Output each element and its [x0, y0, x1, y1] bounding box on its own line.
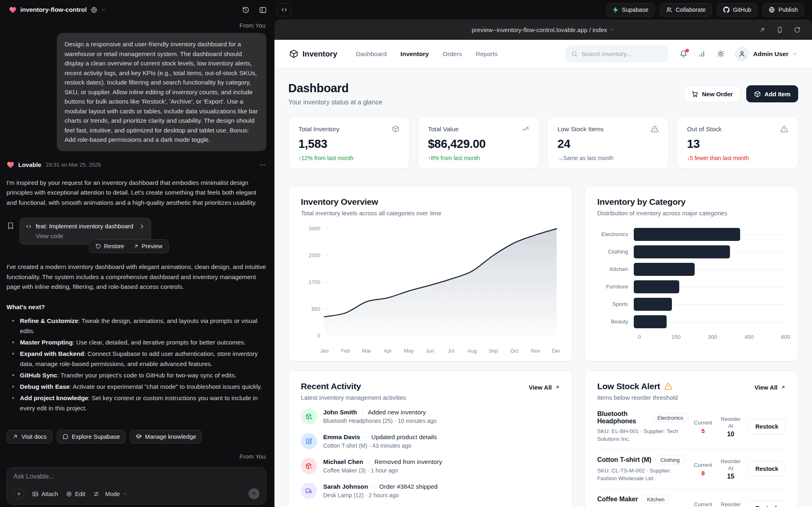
product-name: Coffee Maker — [597, 496, 638, 503]
assistant-intro: I'm inspired by your request for an inve… — [6, 178, 266, 208]
category-badge: Kitchen — [642, 495, 669, 504]
nav-item-reports[interactable]: Reports — [476, 50, 498, 58]
kpi-delta: ↓5 fewer than last month — [687, 155, 788, 161]
kpi-value: 1,583 — [298, 137, 400, 151]
whats-next-list: Refine & Customize: Tweak the design, an… — [6, 316, 266, 414]
preview-button[interactable]: Preview — [130, 241, 166, 251]
theme-toggle-sun-icon[interactable] — [717, 50, 725, 58]
lovable-heart-logo — [9, 6, 17, 14]
composer: Attach Edit Mode — [6, 467, 266, 505]
add-attachment-button[interactable] — [13, 488, 24, 499]
chevron-down-icon — [123, 492, 127, 496]
toolbar-button-collaborate[interactable]: Collaborate — [660, 3, 712, 17]
view-code-link[interactable]: View code — [36, 233, 145, 239]
search-input[interactable] — [581, 51, 662, 57]
chat-action-label: Explore Supabase — [72, 433, 120, 440]
toolbar-button-label: Publish — [778, 6, 798, 13]
kpi-card: Total Value $86,429.00 ↑8% from last mon… — [418, 117, 539, 169]
send-button[interactable] — [248, 488, 259, 499]
chat-action-button[interactable]: Visit docs — [6, 430, 52, 444]
plus-icon — [16, 491, 22, 496]
activity-list: John Smith · Added new inventory Bluetoo… — [301, 408, 560, 499]
activity-subtitle: Latest inventory management activities — [301, 394, 406, 401]
toolbar-button-supabase[interactable]: Supabase — [606, 3, 654, 17]
search-icon — [571, 51, 578, 57]
restock-button[interactable]: Restock — [748, 461, 786, 477]
mobile-view-icon[interactable] — [776, 26, 783, 33]
sku-supplier: SKU: CL-TS-M-002 · Supplier: Fashion Who… — [597, 467, 688, 482]
kpi-label: Total Value — [428, 126, 459, 133]
current-value: 5 — [691, 427, 715, 434]
bar-category-label: Clothing — [597, 249, 634, 255]
notifications-button[interactable] — [680, 50, 687, 58]
kpi-card: Total Inventory 1,583 ↑12% from last mon… — [288, 117, 410, 169]
activity-item: Emma Davis · Updated product details Cot… — [301, 433, 560, 449]
chevron-right-icon — [139, 223, 145, 230]
kpi-label: Low Stock Items — [557, 126, 604, 133]
kpi-value: $86,429.00 — [428, 137, 529, 151]
history-icon[interactable] — [242, 6, 250, 14]
add-item-button[interactable]: Add Item — [746, 85, 798, 102]
whats-next-item: Master Prompting: Use clear, detailed, a… — [6, 337, 266, 347]
analytics-icon[interactable] — [698, 50, 706, 58]
refresh-icon[interactable] — [794, 26, 801, 33]
category-badge: Clothing — [655, 455, 685, 464]
nav-item-inventory[interactable]: Inventory — [400, 50, 429, 58]
preview-url[interactable]: preview--inventory-flow-control.lovable.… — [472, 26, 615, 33]
restore-button[interactable]: Restore — [92, 241, 128, 251]
preview-chrome-bar: preview--inventory-flow-control.lovable.… — [274, 20, 812, 40]
kpi-delta: →Same as last month — [557, 155, 659, 161]
target-icon — [66, 491, 72, 497]
edit-button[interactable]: Edit — [66, 491, 85, 497]
project-name[interactable]: inventory-flow-control — [20, 6, 87, 13]
user-name: Admin User — [753, 50, 788, 58]
chat-action-button[interactable]: Explore Supabase — [57, 430, 126, 444]
nav-item-dashboard[interactable]: Dashboard — [356, 50, 387, 58]
new-order-button[interactable]: New Order — [684, 85, 741, 102]
chart-subtitle: Total inventory levels across all catego… — [301, 210, 560, 217]
restock-button[interactable]: Restock — [748, 500, 786, 507]
bar-axis-tick: 450 — [745, 334, 754, 340]
restore-icon — [95, 243, 101, 249]
app-brand[interactable]: Inventory — [289, 49, 337, 58]
bar-axis-tick: 300 — [708, 334, 717, 340]
arrow-up-right-icon — [555, 385, 560, 390]
category-bar-chart: ElectronicsClothingKitchenFurnitureSport… — [597, 225, 786, 330]
user-menu[interactable]: Admin User — [734, 47, 797, 61]
tip-text: : Activate our experimental "chat mode" … — [69, 383, 262, 390]
svg-text:Feb: Feb — [341, 348, 350, 354]
chat-panel: From You Design a responsive and user-fr… — [0, 20, 273, 507]
view-all-low-stock-button[interactable]: View All — [754, 384, 786, 391]
tip-text: : Transfer your project's code to GitHub… — [57, 372, 237, 379]
message-menu-icon[interactable] — [259, 161, 266, 169]
cart-icon — [691, 91, 698, 98]
tip-title: GitHub Sync — [20, 372, 57, 379]
mode-selector[interactable]: Mode — [93, 491, 127, 497]
search-box[interactable] — [566, 46, 668, 62]
panel-toggle-icon[interactable] — [259, 6, 267, 14]
toolbar-button-publish[interactable]: Publish — [762, 3, 804, 17]
view-all-activity-button[interactable]: View All — [529, 384, 560, 391]
bar-row: Clothing — [597, 243, 786, 260]
svg-text:Nov: Nov — [531, 348, 540, 354]
toolbar-button-icon — [723, 6, 730, 13]
kpi-card: Low Stock Items 24 →Same as last month — [547, 117, 669, 169]
toolbar-button-github[interactable]: GitHub — [717, 3, 757, 17]
nav-item-orders[interactable]: Orders — [443, 50, 462, 58]
toolbar-buttons: Supabase Collaborate GitHub Publish — [606, 3, 812, 17]
sku-supplier: SKU: EL-BH-001 · Supplier: Tech Solution… — [597, 427, 688, 443]
arrow-up-right-icon — [780, 385, 786, 390]
chat-action-button[interactable]: Manage knowledge — [130, 430, 202, 444]
product-name: Cotton T-shirt (M) — [597, 456, 651, 464]
kpi-label: Total Inventory — [298, 126, 339, 133]
project-chevron-icon[interactable] — [101, 7, 106, 12]
code-view-button[interactable] — [277, 3, 292, 16]
activity-item: Michael Chen · Removed from inventory Co… — [301, 458, 560, 474]
restock-button[interactable]: Restock — [748, 419, 786, 434]
bookmark-icon[interactable] — [6, 222, 15, 230]
chat-input[interactable] — [13, 473, 259, 480]
activity-glyph — [305, 413, 313, 420]
toolbar-button-icon — [612, 6, 619, 13]
attach-button[interactable]: Attach — [32, 491, 58, 497]
open-external-icon[interactable] — [759, 26, 766, 33]
